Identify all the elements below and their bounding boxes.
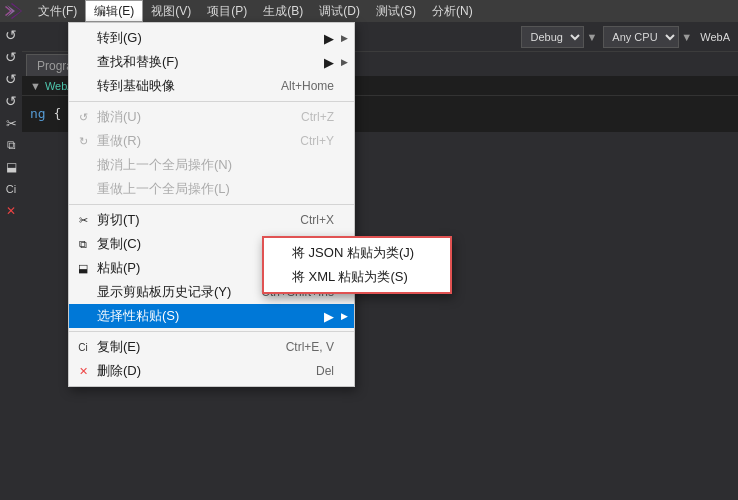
submenu-arrow-find: ▶ — [304, 55, 334, 70]
menu-build[interactable]: 生成(B) — [255, 0, 311, 22]
paste-xml[interactable]: 将 XML 粘贴为类(S) — [264, 265, 450, 289]
menu-undo-global-label: 撤消上一个全局操作(N) — [97, 156, 232, 174]
copy-icon[interactable]: ⧉ — [2, 136, 20, 154]
menu-test[interactable]: 测试(S) — [368, 0, 424, 22]
paste-xml-label: 将 XML 粘贴为类(S) — [292, 268, 408, 286]
undo-shortcut: Ctrl+Z — [271, 110, 334, 124]
undo-icon-4[interactable]: ↺ — [2, 92, 20, 110]
menu-debug[interactable]: 调试(D) — [311, 0, 368, 22]
sidebar: ↺ ↺ ↺ ↺ ✂ ⧉ ⬓ Ci ✕ — [0, 22, 22, 500]
breadcrumb-arrow: ▼ — [30, 80, 41, 92]
menu-redo[interactable]: ↻ 重做(R) Ctrl+Y — [69, 129, 354, 153]
menu-undo-global[interactable]: 撤消上一个全局操作(N) — [69, 153, 354, 177]
paste-menu-icon: ⬓ — [75, 260, 91, 276]
copy2-menu-icon: Ci — [75, 339, 91, 355]
paste-json[interactable]: 将 JSON 粘贴为类(J) — [264, 241, 450, 265]
copy-menu-icon: ⧉ — [75, 236, 91, 252]
cpu-select[interactable]: Any CPU — [603, 26, 679, 48]
menu-redo-label: 重做(R) — [97, 132, 141, 150]
menu-edit[interactable]: 编辑(E) — [85, 0, 143, 22]
scissors-icon[interactable]: ✂ — [2, 114, 20, 132]
menu-clipboard-history-label: 显示剪贴板历史记录(Y) — [97, 283, 231, 301]
copy2-shortcut: Ctrl+E, V — [256, 340, 334, 354]
menu-selective-paste-label: 选择性粘贴(S) — [97, 307, 179, 325]
paste-json-label: 将 JSON 粘贴为类(J) — [292, 244, 414, 262]
menu-bar: 文件(F) 编辑(E) 视图(V) 项目(P) 生成(B) 调试(D) 测试(S… — [0, 0, 738, 22]
delete-menu-icon: ✕ — [75, 363, 91, 379]
menu-goto-base[interactable]: 转到基础映像 Alt+Home — [69, 74, 354, 98]
menu-analyze[interactable]: 分析(N) — [424, 0, 481, 22]
menu-project[interactable]: 项目(P) — [199, 0, 255, 22]
undo-icon-3[interactable]: ↺ — [2, 70, 20, 88]
paste-submenu: 将 JSON 粘贴为类(J) 将 XML 粘贴为类(S) — [262, 236, 452, 294]
redo-menu-icon: ↻ — [75, 133, 91, 149]
app-label: WebA — [700, 31, 730, 43]
delete-icon[interactable]: ✕ — [2, 202, 20, 220]
submenu-arrow-paste: ▶ — [304, 309, 334, 324]
menu-copy2[interactable]: Ci 复制(E) Ctrl+E, V — [69, 335, 354, 359]
edit-menu: 转到(G) ▶ 查找和替换(F) ▶ 转到基础映像 Alt+Home ↺ 撤消(… — [68, 22, 355, 387]
separator-1 — [69, 101, 354, 102]
paste-icon[interactable]: ⬓ — [2, 158, 20, 176]
delete-shortcut: Del — [286, 364, 334, 378]
menu-view[interactable]: 视图(V) — [143, 0, 199, 22]
menu-goto-base-label: 转到基础映像 — [97, 77, 175, 95]
menu-selective-paste[interactable]: 选择性粘贴(S) ▶ — [69, 304, 354, 328]
undo-menu-icon: ↺ — [75, 109, 91, 125]
menu-copy-label: 复制(C) — [97, 235, 141, 253]
menu-delete[interactable]: ✕ 删除(D) Del — [69, 359, 354, 383]
menu-undo[interactable]: ↺ 撤消(U) Ctrl+Z — [69, 105, 354, 129]
debug-config-select[interactable]: Debug — [521, 26, 584, 48]
separator-2 — [69, 204, 354, 205]
menu-find-replace-label: 查找和替换(F) — [97, 53, 179, 71]
vs-logo-icon — [4, 1, 24, 21]
menu-find-replace[interactable]: 查找和替换(F) ▶ — [69, 50, 354, 74]
undo-icon-2[interactable]: ↺ — [2, 48, 20, 66]
menu-cut[interactable]: ✂ 剪切(T) Ctrl+X — [69, 208, 354, 232]
separator-3 — [69, 331, 354, 332]
undo-icon-1[interactable]: ↺ — [2, 26, 20, 44]
svg-marker-0 — [5, 6, 12, 16]
menu-redo-global[interactable]: 重做上一个全局操作(L) — [69, 177, 354, 201]
menu-paste-label: 粘贴(P) — [97, 259, 140, 277]
goto-base-shortcut: Alt+Home — [251, 79, 334, 93]
menu-goto-label: 转到(G) — [97, 29, 142, 47]
menu-file[interactable]: 文件(F) — [30, 0, 85, 22]
menu-redo-global-label: 重做上一个全局操作(L) — [97, 180, 230, 198]
menu-cut-label: 剪切(T) — [97, 211, 140, 229]
copy2-icon[interactable]: Ci — [2, 180, 20, 198]
menu-goto[interactable]: 转到(G) ▶ — [69, 26, 354, 50]
submenu-arrow-goto: ▶ — [304, 31, 334, 46]
cut-shortcut: Ctrl+X — [270, 213, 334, 227]
menu-delete-label: 删除(D) — [97, 362, 141, 380]
menu-undo-label: 撤消(U) — [97, 108, 141, 126]
menu-copy2-label: 复制(E) — [97, 338, 140, 356]
redo-shortcut: Ctrl+Y — [270, 134, 334, 148]
cut-menu-icon: ✂ — [75, 212, 91, 228]
